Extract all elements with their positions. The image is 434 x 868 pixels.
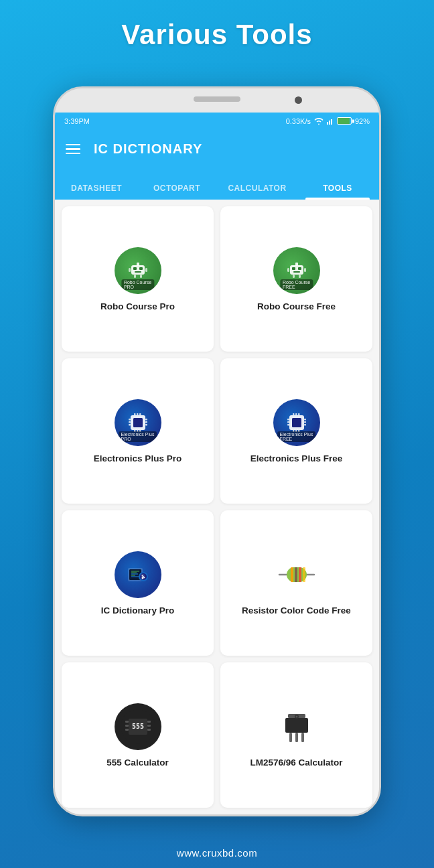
svg-rect-77: [147, 729, 151, 731]
svg-rect-2: [331, 119, 332, 125]
svg-rect-28: [145, 419, 147, 421]
robo-pro-label: Robo Course Pro: [100, 301, 175, 313]
app-bar: IC DICTIONARY: [55, 130, 379, 169]
tool-555[interactable]: 555 555 Calculator: [62, 662, 214, 808]
wifi-icon: [314, 118, 323, 125]
elec-pro-label: Electronics Plus Pro: [94, 453, 182, 465]
elec-free-label: Electronics Plus Free: [250, 453, 342, 465]
tool-resistor[interactable]: Resistor Color Code Free: [220, 510, 372, 656]
svg-rect-39: [287, 419, 289, 421]
svg-rect-33: [139, 413, 141, 415]
lm-label: LM2576/96 Calculator: [250, 757, 342, 769]
ic-dict-svg: [123, 560, 153, 589]
svg-point-62: [141, 577, 143, 579]
footer-url: www.cruxbd.com: [177, 839, 257, 868]
svg-rect-43: [304, 421, 306, 423]
tool-elec-pro[interactable]: Electronics PlusPRO Electronics Plus Pro: [62, 358, 214, 504]
svg-rect-38: [292, 418, 301, 427]
svg-rect-46: [295, 413, 297, 415]
svg-rect-6: [139, 267, 143, 270]
svg-rect-5: [133, 267, 137, 270]
svg-rect-44: [304, 424, 306, 426]
tool-robo-pro[interactable]: Robo CoursePRO Robo Course Pro: [62, 206, 214, 352]
status-network: 0.33K/s: [286, 117, 311, 125]
battery-icon: [337, 117, 352, 125]
robo-free-badge: Robo CourseFREE: [280, 279, 313, 290]
phone-top-bar: [55, 88, 379, 113]
robo-free-icon: Robo CourseFREE: [273, 247, 320, 294]
elec-free-badge: Electronics PlusFREE: [277, 431, 316, 442]
svg-rect-18: [295, 263, 298, 266]
svg-rect-0: [327, 122, 328, 125]
tab-datasheet[interactable]: DATASHEET: [56, 184, 137, 200]
robo-free-label: Robo Course Free: [257, 301, 336, 313]
svg-rect-42: [304, 419, 306, 421]
resistor-label: Resistor Color Code Free: [242, 605, 351, 617]
svg-rect-14: [290, 265, 303, 275]
elec-pro-icon: Electronics PlusPRO: [115, 399, 161, 446]
svg-rect-26: [129, 421, 131, 423]
svg-rect-67: [295, 567, 297, 582]
status-bar: 3:39PM 0.33K/s 92%: [55, 113, 379, 130]
svg-rect-17: [293, 271, 300, 273]
signal-icon: [327, 118, 334, 125]
phone-screen: 3:39PM 0.33K/s 92% IC DICTIONARY: [55, 113, 379, 814]
svg-rect-32: [137, 413, 139, 415]
svg-rect-15: [292, 267, 295, 270]
svg-rect-74: [125, 729, 129, 731]
555-icon: 555: [115, 703, 161, 750]
svg-rect-83: [301, 733, 304, 742]
svg-rect-69: [303, 567, 305, 582]
svg-rect-66: [291, 567, 293, 582]
svg-rect-12: [140, 275, 142, 278]
svg-rect-24: [133, 418, 143, 427]
svg-rect-25: [129, 419, 131, 421]
svg-rect-10: [145, 268, 147, 272]
svg-rect-11: [134, 275, 136, 278]
status-right: 0.33K/s 92%: [286, 117, 370, 125]
svg-rect-31: [134, 413, 136, 415]
lm-svg: [276, 706, 317, 747]
svg-point-85: [295, 716, 297, 718]
svg-text:555: 555: [131, 723, 143, 730]
tab-octopart[interactable]: OCTOPART: [137, 184, 217, 200]
menu-button[interactable]: [66, 144, 80, 155]
svg-rect-72: [125, 721, 129, 723]
svg-rect-9: [129, 268, 131, 272]
svg-rect-81: [289, 733, 292, 742]
svg-rect-8: [137, 263, 139, 266]
tool-elec-free[interactable]: Electronics PlusFREE Electronics Plus Fr…: [220, 358, 372, 504]
svg-rect-22: [299, 275, 301, 278]
svg-rect-29: [145, 421, 147, 423]
555-svg: 555: [121, 709, 155, 744]
svg-rect-80: [285, 718, 308, 733]
tool-ic-dict[interactable]: IC Dictionary Pro: [62, 510, 214, 656]
tab-tools[interactable]: TOOLS: [297, 184, 378, 200]
tab-calculator[interactable]: CALCULATOR: [217, 184, 297, 200]
svg-rect-19: [287, 268, 289, 272]
tool-lm2576[interactable]: LM2576/96 Calculator: [220, 662, 372, 808]
elec-pro-badge: Electronics PlusPRO: [119, 431, 157, 442]
battery-percent: 92%: [355, 117, 370, 125]
camera: [295, 96, 302, 104]
phone-frame: 3:39PM 0.33K/s 92% IC DICTIONARY: [53, 86, 381, 816]
app-bar-title: IC DICTIONARY: [94, 141, 202, 157]
ic-dict-label: IC Dictionary Pro: [101, 605, 175, 617]
resistor-icon: [273, 551, 320, 598]
svg-rect-4: [131, 265, 145, 275]
tab-bar: DATASHEET OCTOPART CALCULATOR TOOLS: [55, 169, 379, 200]
speaker: [194, 96, 240, 102]
robo-pro-icon: Robo CoursePRO: [115, 247, 161, 294]
robo-pro-badge: Robo CoursePRO: [121, 279, 154, 290]
svg-rect-7: [135, 271, 141, 273]
svg-rect-1: [329, 121, 330, 125]
tool-robo-free[interactable]: Robo CourseFREE Robo Course Free: [220, 206, 372, 352]
svg-rect-20: [304, 268, 306, 272]
svg-rect-82: [295, 733, 298, 742]
elec-free-icon: Electronics PlusFREE: [273, 399, 320, 446]
tools-grid: Robo CoursePRO Robo Course Pro: [55, 200, 379, 814]
svg-rect-41: [287, 424, 289, 426]
svg-rect-27: [129, 424, 131, 426]
status-time: 3:39PM: [64, 117, 90, 125]
555-label: 555 Calculator: [106, 757, 168, 769]
